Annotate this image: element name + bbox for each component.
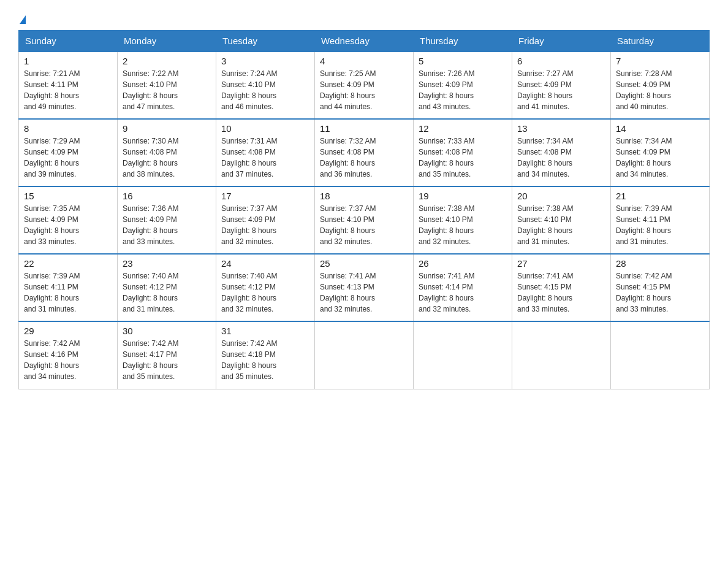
calendar-cell bbox=[414, 321, 512, 389]
day-info: Sunrise: 7:26 AMSunset: 4:09 PMDaylight:… bbox=[419, 68, 507, 112]
calendar-cell: 20Sunrise: 7:38 AMSunset: 4:10 PMDayligh… bbox=[512, 186, 611, 254]
calendar-cell: 5Sunrise: 7:26 AMSunset: 4:09 PMDaylight… bbox=[414, 52, 512, 119]
calendar-week-row: 29Sunrise: 7:42 AMSunset: 4:16 PMDayligh… bbox=[19, 321, 710, 389]
calendar-cell: 27Sunrise: 7:41 AMSunset: 4:15 PMDayligh… bbox=[512, 254, 611, 321]
day-info: Sunrise: 7:33 AMSunset: 4:08 PMDaylight:… bbox=[419, 136, 507, 180]
calendar-table: SundayMondayTuesdayWednesdayThursdayFrid… bbox=[18, 30, 710, 389]
day-info: Sunrise: 7:39 AMSunset: 4:11 PMDaylight:… bbox=[24, 270, 112, 315]
day-info: Sunrise: 7:22 AMSunset: 4:10 PMDaylight:… bbox=[123, 68, 211, 112]
day-info: Sunrise: 7:28 AMSunset: 4:09 PMDaylight:… bbox=[616, 68, 704, 112]
calendar-cell: 6Sunrise: 7:27 AMSunset: 4:09 PMDaylight… bbox=[512, 52, 611, 119]
day-number: 15 bbox=[24, 191, 112, 201]
calendar-cell: 3Sunrise: 7:24 AMSunset: 4:10 PMDaylight… bbox=[216, 52, 315, 119]
calendar-week-row: 15Sunrise: 7:35 AMSunset: 4:09 PMDayligh… bbox=[19, 186, 710, 254]
calendar-cell: 25Sunrise: 7:41 AMSunset: 4:13 PMDayligh… bbox=[315, 254, 414, 321]
calendar-cell: 21Sunrise: 7:39 AMSunset: 4:11 PMDayligh… bbox=[611, 186, 710, 254]
day-number: 6 bbox=[517, 56, 605, 66]
day-info: Sunrise: 7:41 AMSunset: 4:13 PMDaylight:… bbox=[320, 270, 408, 315]
logo-triangle-icon bbox=[20, 15, 26, 24]
day-info: Sunrise: 7:32 AMSunset: 4:08 PMDaylight:… bbox=[320, 136, 408, 180]
calendar-cell: 8Sunrise: 7:29 AMSunset: 4:09 PMDaylight… bbox=[19, 119, 118, 186]
header-tuesday: Tuesday bbox=[216, 31, 315, 52]
day-number: 20 bbox=[517, 191, 605, 201]
day-info: Sunrise: 7:36 AMSunset: 4:09 PMDaylight:… bbox=[123, 203, 211, 247]
day-info: Sunrise: 7:25 AMSunset: 4:09 PMDaylight:… bbox=[320, 68, 408, 112]
calendar-cell: 18Sunrise: 7:37 AMSunset: 4:10 PMDayligh… bbox=[315, 186, 414, 254]
day-number: 23 bbox=[123, 258, 211, 269]
day-number: 10 bbox=[221, 123, 309, 134]
calendar-cell: 23Sunrise: 7:40 AMSunset: 4:12 PMDayligh… bbox=[118, 254, 216, 321]
day-number: 17 bbox=[221, 191, 309, 201]
calendar-cell: 28Sunrise: 7:42 AMSunset: 4:15 PMDayligh… bbox=[611, 254, 710, 321]
day-number: 27 bbox=[517, 258, 605, 269]
day-number: 31 bbox=[221, 326, 309, 336]
day-number: 21 bbox=[616, 191, 704, 201]
calendar-cell: 2Sunrise: 7:22 AMSunset: 4:10 PMDaylight… bbox=[118, 52, 216, 119]
day-info: Sunrise: 7:30 AMSunset: 4:08 PMDaylight:… bbox=[123, 136, 211, 180]
day-number: 19 bbox=[419, 191, 507, 201]
day-number: 16 bbox=[123, 191, 211, 201]
calendar-cell: 12Sunrise: 7:33 AMSunset: 4:08 PMDayligh… bbox=[414, 119, 512, 186]
day-info: Sunrise: 7:27 AMSunset: 4:09 PMDaylight:… bbox=[517, 68, 605, 112]
day-info: Sunrise: 7:41 AMSunset: 4:15 PMDaylight:… bbox=[517, 270, 605, 315]
calendar-cell: 11Sunrise: 7:32 AMSunset: 4:08 PMDayligh… bbox=[315, 119, 414, 186]
day-info: Sunrise: 7:31 AMSunset: 4:08 PMDaylight:… bbox=[221, 136, 309, 180]
day-number: 1 bbox=[24, 56, 112, 66]
calendar-cell: 13Sunrise: 7:34 AMSunset: 4:08 PMDayligh… bbox=[512, 119, 611, 186]
calendar-cell: 24Sunrise: 7:40 AMSunset: 4:12 PMDayligh… bbox=[216, 254, 315, 321]
day-number: 24 bbox=[221, 258, 309, 269]
days-header-row: SundayMondayTuesdayWednesdayThursdayFrid… bbox=[19, 31, 710, 52]
day-info: Sunrise: 7:41 AMSunset: 4:14 PMDaylight:… bbox=[419, 270, 507, 315]
day-info: Sunrise: 7:21 AMSunset: 4:11 PMDaylight:… bbox=[24, 68, 112, 112]
day-info: Sunrise: 7:29 AMSunset: 4:09 PMDaylight:… bbox=[24, 136, 112, 180]
header-thursday: Thursday bbox=[414, 31, 512, 52]
calendar-cell: 30Sunrise: 7:42 AMSunset: 4:17 PMDayligh… bbox=[118, 321, 216, 389]
day-info: Sunrise: 7:38 AMSunset: 4:10 PMDaylight:… bbox=[419, 203, 507, 247]
day-info: Sunrise: 7:34 AMSunset: 4:09 PMDaylight:… bbox=[616, 136, 704, 180]
calendar-cell: 22Sunrise: 7:39 AMSunset: 4:11 PMDayligh… bbox=[19, 254, 118, 321]
day-info: Sunrise: 7:34 AMSunset: 4:08 PMDaylight:… bbox=[517, 136, 605, 180]
day-number: 30 bbox=[123, 326, 211, 336]
calendar-cell: 4Sunrise: 7:25 AMSunset: 4:09 PMDaylight… bbox=[315, 52, 414, 119]
day-info: Sunrise: 7:42 AMSunset: 4:15 PMDaylight:… bbox=[616, 270, 704, 315]
day-number: 3 bbox=[221, 56, 309, 66]
logo bbox=[18, 12, 26, 24]
day-info: Sunrise: 7:37 AMSunset: 4:10 PMDaylight:… bbox=[320, 203, 408, 247]
day-number: 28 bbox=[616, 258, 704, 269]
day-number: 2 bbox=[123, 56, 211, 66]
day-number: 4 bbox=[320, 56, 408, 66]
header-monday: Monday bbox=[118, 31, 216, 52]
day-info: Sunrise: 7:38 AMSunset: 4:10 PMDaylight:… bbox=[517, 203, 605, 247]
calendar-week-row: 1Sunrise: 7:21 AMSunset: 4:11 PMDaylight… bbox=[19, 52, 710, 119]
day-info: Sunrise: 7:42 AMSunset: 4:18 PMDaylight:… bbox=[221, 338, 309, 382]
calendar-cell: 10Sunrise: 7:31 AMSunset: 4:08 PMDayligh… bbox=[216, 119, 315, 186]
calendar-cell bbox=[315, 321, 414, 389]
calendar-cell: 1Sunrise: 7:21 AMSunset: 4:11 PMDaylight… bbox=[19, 52, 118, 119]
header-saturday: Saturday bbox=[611, 31, 710, 52]
day-number: 13 bbox=[517, 123, 605, 134]
day-info: Sunrise: 7:40 AMSunset: 4:12 PMDaylight:… bbox=[221, 270, 309, 315]
calendar-cell: 19Sunrise: 7:38 AMSunset: 4:10 PMDayligh… bbox=[414, 186, 512, 254]
calendar-cell: 14Sunrise: 7:34 AMSunset: 4:09 PMDayligh… bbox=[611, 119, 710, 186]
header-friday: Friday bbox=[512, 31, 611, 52]
calendar-cell bbox=[512, 321, 611, 389]
day-number: 26 bbox=[419, 258, 507, 269]
calendar-cell: 15Sunrise: 7:35 AMSunset: 4:09 PMDayligh… bbox=[19, 186, 118, 254]
day-number: 7 bbox=[616, 56, 704, 66]
day-number: 14 bbox=[616, 123, 704, 134]
calendar-cell: 16Sunrise: 7:36 AMSunset: 4:09 PMDayligh… bbox=[118, 186, 216, 254]
header-wednesday: Wednesday bbox=[315, 31, 414, 52]
day-number: 29 bbox=[24, 326, 112, 336]
calendar-cell bbox=[611, 321, 710, 389]
day-number: 11 bbox=[320, 123, 408, 134]
calendar-cell: 9Sunrise: 7:30 AMSunset: 4:08 PMDaylight… bbox=[118, 119, 216, 186]
day-number: 5 bbox=[419, 56, 507, 66]
calendar-cell: 26Sunrise: 7:41 AMSunset: 4:14 PMDayligh… bbox=[414, 254, 512, 321]
day-info: Sunrise: 7:35 AMSunset: 4:09 PMDaylight:… bbox=[24, 203, 112, 247]
calendar-cell: 7Sunrise: 7:28 AMSunset: 4:09 PMDaylight… bbox=[611, 52, 710, 119]
day-info: Sunrise: 7:37 AMSunset: 4:09 PMDaylight:… bbox=[221, 203, 309, 247]
calendar-week-row: 22Sunrise: 7:39 AMSunset: 4:11 PMDayligh… bbox=[19, 254, 710, 321]
calendar-cell: 29Sunrise: 7:42 AMSunset: 4:16 PMDayligh… bbox=[19, 321, 118, 389]
day-info: Sunrise: 7:42 AMSunset: 4:17 PMDaylight:… bbox=[123, 338, 211, 382]
calendar-week-row: 8Sunrise: 7:29 AMSunset: 4:09 PMDaylight… bbox=[19, 119, 710, 186]
